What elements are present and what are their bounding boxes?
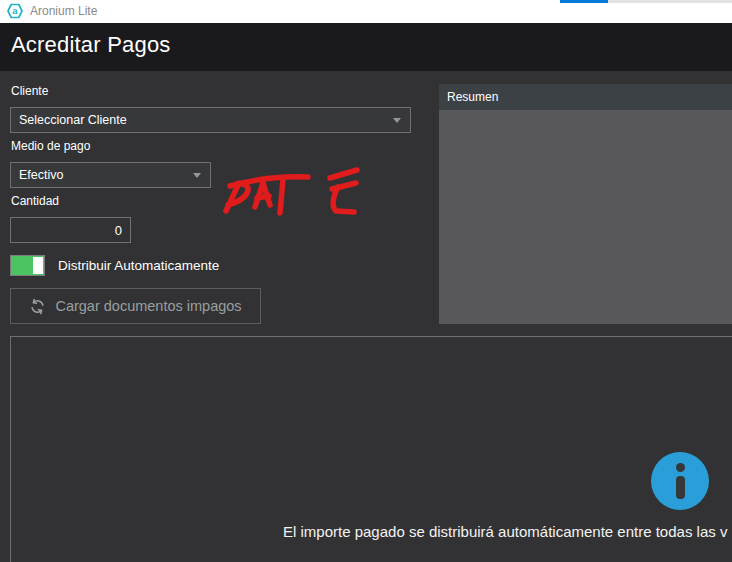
titlebar: a Aronium Lite [0,0,732,23]
cliente-label: Cliente [11,84,48,98]
cargar-documentos-button[interactable]: Cargar documentos impagos [10,288,261,324]
distribuir-toggle-row: Distribuir Automaticamente [10,254,219,276]
cliente-combobox[interactable]: Seleccionar Cliente [10,107,411,133]
app-title: Aronium Lite [30,4,97,18]
medio-de-pago-combobox-value: Efectivo [11,168,193,182]
cantidad-input[interactable] [10,217,131,243]
info-icon-dot [676,463,685,472]
cargar-documentos-button-label: Cargar documentos impagos [55,298,241,314]
app-window: { "titlebar": { "app_title": "Aronium Li… [0,0,732,562]
info-icon-stem [676,476,685,499]
cantidad-label: Cantidad [11,194,59,208]
page-header: Acreditar Pagos [0,23,732,71]
toggle-knob [33,257,43,274]
cliente-combobox-value: Seleccionar Cliente [11,113,393,127]
medio-de-pago-label: Medio de pago [11,139,90,153]
distribuir-toggle[interactable] [10,255,45,276]
svg-text:a: a [12,5,18,16]
handwritten-date-annotation [220,166,365,230]
page-title: Acreditar Pagos [11,32,171,58]
chevron-down-icon [393,118,401,123]
info-message: El importe pagado se distribuirá automát… [283,523,727,540]
resumen-title: Resumen [439,90,498,104]
distribuir-toggle-label: Distribuir Automaticamente [58,258,219,273]
info-icon [651,452,709,510]
resumen-panel: Resumen [439,84,732,324]
documents-panel: El importe pagado se distribuirá automát… [10,336,732,562]
resumen-panel-body [439,110,732,324]
progress-strip-track [608,0,732,3]
medio-de-pago-combobox[interactable]: Efectivo [10,162,211,188]
aronium-logo-icon: a [7,3,23,19]
refresh-icon [29,298,46,315]
progress-strip-blue [560,0,608,3]
resumen-panel-header: Resumen [439,84,732,110]
chevron-down-icon [193,173,201,178]
